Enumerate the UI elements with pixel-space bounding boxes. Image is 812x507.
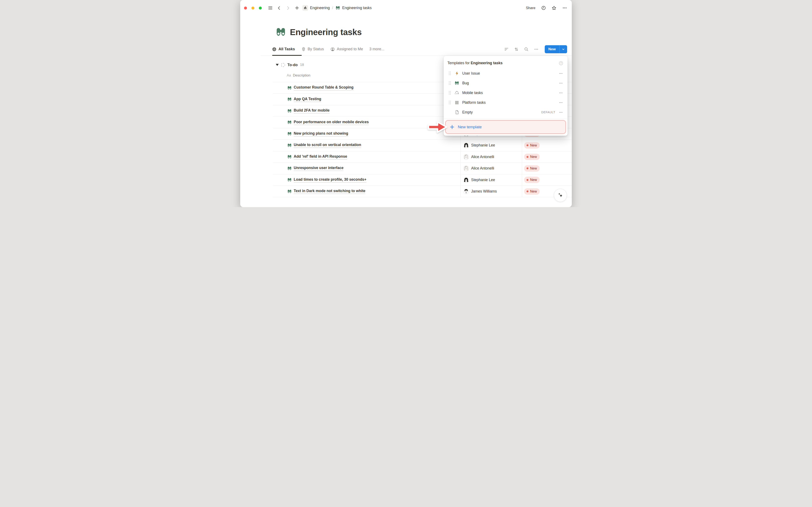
search-icon[interactable] xyxy=(524,47,529,52)
group-name[interactable]: To-do xyxy=(287,63,298,67)
status-cell[interactable]: New xyxy=(524,151,540,163)
table-row[interactable]: Text in Dark mode not switching to white… xyxy=(273,185,572,197)
todo-status-icon xyxy=(281,63,285,67)
new-page-button[interactable] xyxy=(294,5,300,11)
popup-title: Templates for Engineering tasks xyxy=(447,61,503,65)
template-item-label: Platform tasks xyxy=(462,100,486,105)
tab-assigned-to-me[interactable]: Assigned to Me xyxy=(330,47,363,52)
item-more-icon[interactable] xyxy=(559,81,563,85)
share-button[interactable]: Share xyxy=(526,6,535,10)
column-header-description[interactable]: Aa Description xyxy=(287,73,311,77)
item-more-icon[interactable] xyxy=(559,101,563,105)
drag-handle-icon[interactable] xyxy=(448,71,451,76)
person-cell[interactable]: James Williams xyxy=(463,186,497,197)
collapse-group-toggle[interactable] xyxy=(276,64,279,66)
status-label: New xyxy=(530,144,537,147)
new-record-button[interactable]: New xyxy=(545,45,567,53)
tab-label: All Tasks xyxy=(278,47,295,51)
tab-more-views[interactable]: 3 more... xyxy=(369,47,384,51)
person-cell[interactable]: Alice Antonelli xyxy=(463,151,494,163)
task-title-link[interactable]: Build 2FA for mobile xyxy=(294,108,330,113)
drag-handle-icon[interactable] xyxy=(448,81,451,86)
status-cell[interactable]: New xyxy=(524,186,540,197)
new-template-button[interactable]: New template xyxy=(445,120,566,134)
templates-popup: Templates for Engineering tasks ? User I… xyxy=(444,56,567,136)
hamburger-icon xyxy=(268,5,273,10)
nav-back-button[interactable] xyxy=(277,5,282,11)
app-window: Engineering / Engineering tasks Share En… xyxy=(240,0,572,207)
notion-ai-button[interactable] xyxy=(554,189,567,202)
tab-all-tasks[interactable]: All Tasks xyxy=(272,47,295,52)
binoculars-icon xyxy=(287,131,292,136)
drag-handle-icon[interactable] xyxy=(448,100,451,105)
person-cell[interactable]: Stephanie Lee xyxy=(463,174,495,185)
person-cell[interactable]: Stephanie Lee xyxy=(463,140,495,151)
group-header-todo: To-do 18 xyxy=(276,61,304,69)
page-icon xyxy=(455,110,459,115)
updates-button[interactable] xyxy=(541,5,546,11)
binoculars-icon xyxy=(287,166,292,171)
template-item-label: Mobile tasks xyxy=(462,91,483,95)
nav-forward-button[interactable] xyxy=(285,5,290,11)
page-title[interactable]: Engineering tasks xyxy=(290,27,362,37)
filter-icon[interactable] xyxy=(504,47,509,52)
template-item-platform-tasks[interactable]: Platform tasks xyxy=(444,98,567,107)
task-title-link[interactable]: New pricing plans not showing xyxy=(294,131,348,136)
new-button-label[interactable]: New xyxy=(545,45,559,53)
tab-by-status[interactable]: By Status xyxy=(301,47,324,51)
template-item-mobile-tasks[interactable]: Mobile tasks xyxy=(444,88,567,98)
task-title-link[interactable]: Poor performance on older mobile devices xyxy=(294,120,369,125)
table-row[interactable]: Unresponsive user interface Alice Antone… xyxy=(273,163,572,174)
template-item-empty[interactable]: Empty DEFAULT xyxy=(444,107,567,117)
view-more-icon[interactable] xyxy=(534,47,539,52)
item-more-icon[interactable] xyxy=(559,91,563,95)
plus-icon xyxy=(294,5,300,10)
item-more-icon[interactable] xyxy=(559,110,563,114)
chevron-down-icon xyxy=(561,47,565,51)
binoculars-icon xyxy=(335,5,340,10)
template-item-bug[interactable]: Bug xyxy=(444,78,567,88)
breadcrumb-page-label[interactable]: Engineering tasks xyxy=(342,6,372,10)
favorite-button[interactable] xyxy=(551,5,556,11)
task-title-link[interactable]: Unable to scroll on vertical orientation xyxy=(294,143,361,148)
status-badge: New xyxy=(524,154,540,160)
task-title-link[interactable]: App QA Testing xyxy=(294,97,321,102)
page-icon-binoculars[interactable] xyxy=(275,26,286,38)
sort-icon[interactable] xyxy=(514,47,519,52)
sidebar-menu-button[interactable] xyxy=(268,5,273,11)
status-cell[interactable]: New xyxy=(524,174,540,185)
close-window-button[interactable] xyxy=(244,7,247,9)
person-cell[interactable]: Alice Antonelli xyxy=(463,163,494,174)
task-title-link[interactable]: Customer Round Table & Scoping xyxy=(294,85,354,91)
breadcrumb-workspace-label[interactable]: Engineering xyxy=(310,6,330,10)
status-cell[interactable]: New xyxy=(524,140,540,151)
table-row[interactable]: Load times to create profile, 30 seconds… xyxy=(273,174,572,185)
help-button[interactable]: ? xyxy=(559,61,563,65)
page-more-button[interactable] xyxy=(562,5,567,11)
item-more-icon[interactable] xyxy=(559,71,563,75)
breadcrumb-separator: / xyxy=(332,6,333,10)
person-name: Stephanie Lee xyxy=(471,143,495,148)
binoculars-icon xyxy=(287,109,292,113)
task-title-link[interactable]: Load times to create profile, 30 seconds… xyxy=(294,177,367,183)
baby-mobile-icon xyxy=(454,91,459,95)
table-row[interactable]: Unable to scroll on vertical orientation… xyxy=(273,139,572,151)
plus-icon xyxy=(449,124,455,129)
table-row[interactable]: Add 'ref' field in API Response Alice An… xyxy=(273,151,572,163)
template-item-user-issue[interactable]: User Issue xyxy=(444,68,567,78)
avatar xyxy=(463,154,469,160)
ellipsis-icon xyxy=(562,5,567,10)
binoculars-icon xyxy=(454,81,459,86)
drag-handle-icon[interactable] xyxy=(448,91,451,95)
status-cell[interactable]: New xyxy=(524,163,540,174)
new-button-dropdown[interactable] xyxy=(559,45,567,53)
minimize-window-button[interactable] xyxy=(252,7,254,9)
task-title-link[interactable]: Unresponsive user interface xyxy=(294,166,343,171)
workspace-breadcrumb-item[interactable] xyxy=(303,5,308,11)
task-title-link[interactable]: Add 'ref' field in API Response xyxy=(294,154,347,160)
status-label: New xyxy=(530,189,537,193)
task-title-link[interactable]: Text in Dark mode not switching to white xyxy=(294,189,365,194)
zoom-window-button[interactable] xyxy=(259,7,262,9)
binoculars-icon xyxy=(287,86,292,90)
active-tab-underline xyxy=(272,55,302,56)
